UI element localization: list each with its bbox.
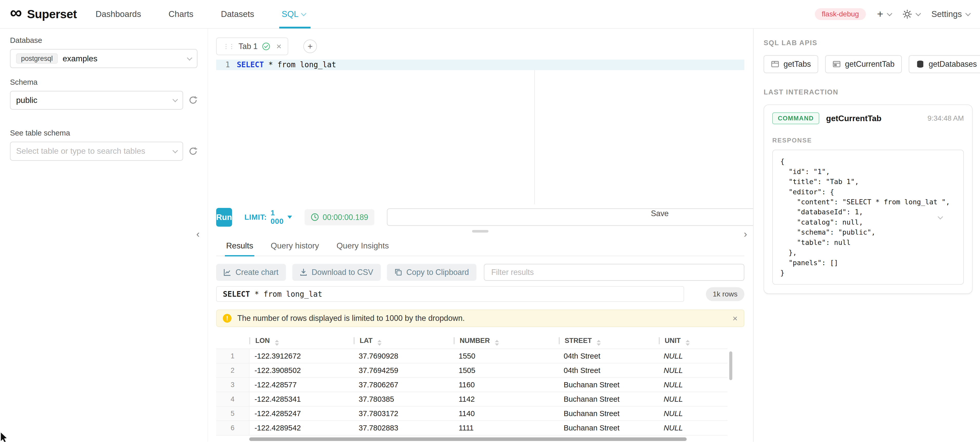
editor-tabstrip: ⋮⋮ Tab 1 × +	[216, 37, 745, 55]
limit-label: LIMIT:	[244, 213, 267, 222]
tab-results[interactable]: Results	[218, 236, 262, 256]
column-resize-handle[interactable]	[559, 337, 560, 344]
create-chart-button[interactable]: Create chart	[216, 264, 286, 281]
results-table-container: LONLATNUMBERSTREETUNIT 1-122.391267237.7…	[216, 334, 745, 436]
navbar-right: flask-debug + Settings	[815, 8, 970, 20]
new-item-button[interactable]: +	[877, 8, 891, 20]
column-header-lon[interactable]: LON	[249, 334, 353, 349]
copy-clipboard-button[interactable]: Copy to Clipboard	[387, 264, 476, 281]
schema-label: Schema	[10, 78, 197, 86]
data-cell: 1111	[453, 421, 559, 435]
main-nav: Dashboards Charts Datasets SQL	[82, 0, 319, 29]
nav-item-dashboards[interactable]: Dashboards	[82, 0, 155, 29]
last-interaction-title: LAST INTERACTION	[764, 88, 972, 96]
column-resize-handle[interactable]	[453, 337, 455, 344]
filter-results-input[interactable]	[484, 264, 745, 281]
column-resize-handle[interactable]	[353, 337, 355, 344]
superset-brand[interactable]: ∞ Superset	[10, 7, 77, 21]
query-preview-row: SELECT * from long_lat 1k rows	[216, 286, 745, 302]
sort-icon[interactable]	[686, 340, 690, 346]
limit-dropdown[interactable]: LIMIT: 1 000	[244, 209, 292, 226]
sql-lab-main: ⋮⋮ Tab 1 × + 1 SELECT * from long_lat Ru…	[207, 29, 753, 442]
refresh-schemas-button[interactable]	[189, 96, 197, 104]
download-csv-label: Download to CSV	[312, 268, 373, 277]
nav-item-sql[interactable]: SQL	[268, 0, 319, 29]
sort-icon[interactable]	[495, 340, 499, 346]
close-tab-icon[interactable]: ×	[277, 42, 282, 51]
data-cell: -122.4285341	[249, 392, 353, 406]
horizontal-scrollbar[interactable]	[249, 437, 687, 441]
data-cell: Buchanan Street	[559, 406, 659, 421]
sort-icon[interactable]	[275, 340, 279, 346]
left-sidebar: Database postgresql examples Schema publ…	[0, 29, 207, 442]
environment-badge: flask-debug	[815, 8, 865, 20]
theme-toggle-button[interactable]	[902, 10, 920, 19]
nav-item-sql-label: SQL	[282, 9, 299, 19]
nav-item-datasets[interactable]: Datasets	[207, 0, 268, 29]
column-header-street[interactable]: STREET	[559, 334, 659, 349]
editor-tab-1[interactable]: ⋮⋮ Tab 1 ×	[216, 37, 288, 55]
tab-query-insights[interactable]: Query Insights	[328, 236, 398, 256]
chevron-down-icon	[173, 148, 178, 153]
data-cell: Buchanan Street	[559, 378, 659, 392]
nav-item-charts[interactable]: Charts	[155, 0, 207, 29]
column-header-number[interactable]: NUMBER	[453, 334, 559, 349]
command-badge: COMMAND	[772, 112, 819, 124]
close-alert-icon[interactable]: ×	[733, 314, 738, 322]
column-header-lat[interactable]: LAT	[353, 334, 453, 349]
collapse-api-panel-arrow[interactable]: ›	[744, 229, 747, 239]
sql-editor[interactable]: 1 SELECT * from long_lat	[216, 59, 745, 204]
api-buttons: getTabs getCurrentTab getDatabases	[764, 55, 972, 73]
settings-menu[interactable]: Settings	[931, 9, 970, 19]
get-databases-button[interactable]: getDatabases	[909, 55, 980, 73]
editor-results-splitter[interactable]	[216, 227, 745, 236]
rows-count-badge: 1k rows	[706, 287, 745, 301]
get-tabs-button[interactable]: getTabs	[764, 55, 818, 73]
data-cell: -122.3912672	[249, 349, 353, 363]
editor-line-number: 1	[216, 59, 237, 70]
sort-icon[interactable]	[597, 340, 601, 346]
editor-toolbar: Run LIMIT: 1 000 00:00:00.189 Save Copy …	[216, 207, 745, 227]
create-chart-label: Create chart	[235, 268, 279, 277]
top-navbar: ∞ Superset Dashboards Charts Datasets SQ…	[0, 0, 980, 29]
get-current-tab-label: getCurrentTab	[845, 59, 895, 69]
collapse-sidebar-arrow[interactable]: ‹	[196, 229, 199, 239]
add-tab-button[interactable]: +	[303, 40, 317, 53]
api-panel-title: SQL LAB APIS	[764, 39, 818, 47]
column-label: UNIT	[665, 337, 681, 345]
limit-value: 1 000	[270, 209, 283, 226]
table-row[interactable]: 6-122.428954237.78028831111Buchanan Stre…	[216, 421, 727, 435]
column-header-unit[interactable]: UNIT	[659, 334, 727, 349]
schema-value: public	[16, 96, 37, 105]
column-resize-handle[interactable]	[249, 337, 250, 344]
download-csv-button[interactable]: Download to CSV	[292, 264, 381, 281]
table-search-input[interactable]	[16, 146, 173, 156]
database-label: Database	[10, 36, 197, 45]
refresh-icon	[189, 96, 197, 104]
brand-name: Superset	[27, 7, 77, 21]
download-icon	[300, 268, 307, 276]
table-row[interactable]: 3-122.42857737.78062671160Buchanan Stree…	[216, 378, 727, 392]
data-cell: 1160	[453, 378, 559, 392]
data-cell: NULL	[659, 349, 727, 363]
table-select[interactable]	[10, 142, 183, 160]
schema-field: Schema public	[10, 78, 197, 110]
column-resize-handle[interactable]	[659, 337, 660, 344]
vertical-scrollbar[interactable]	[729, 351, 732, 380]
table-row[interactable]: 4-122.428534137.7803851142Buchanan Stree…	[216, 392, 727, 406]
query-text: * from long_lat	[250, 290, 322, 298]
data-cell: NULL	[659, 378, 727, 392]
get-databases-label: getDatabases	[929, 59, 977, 69]
get-current-tab-button[interactable]: getCurrentTab	[825, 55, 902, 73]
editor-active-line[interactable]: 1 SELECT * from long_lat	[216, 59, 745, 70]
drag-handle-icon[interactable]: ⋮⋮	[223, 43, 234, 50]
table-row[interactable]: 2-122.390850237.7694259150504th StreetNU…	[216, 363, 727, 378]
database-select[interactable]: postgresql examples	[10, 49, 197, 68]
sort-icon[interactable]	[377, 340, 382, 346]
table-row[interactable]: 1-122.391267237.7690928155004th StreetNU…	[216, 349, 727, 363]
table-row[interactable]: 5-122.428524737.78031721140Buchanan Stre…	[216, 406, 727, 421]
schema-select[interactable]: public	[10, 91, 183, 110]
refresh-tables-button[interactable]	[189, 147, 197, 156]
run-button[interactable]: Run	[216, 208, 232, 227]
tab-query-history[interactable]: Query history	[262, 236, 328, 256]
